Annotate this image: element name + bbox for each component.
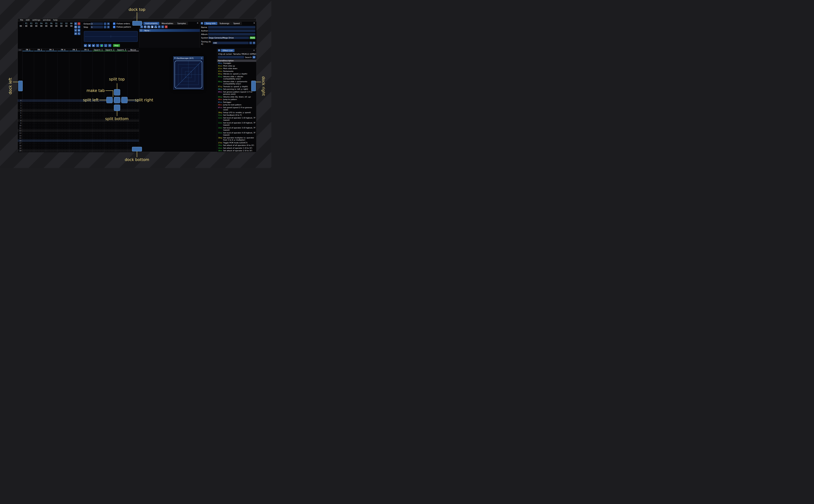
pattern-cell[interactable]: ... .. .. .. <box>69 102 81 104</box>
menu-item-help[interactable]: help <box>52 19 59 21</box>
effect-row-00xy[interactable]: 00xyArpeggio <box>217 62 256 65</box>
pattern-cell[interactable]: ... .. .. .. <box>92 145 104 146</box>
pattern-cell[interactable]: ... .. .. .. <box>81 145 92 146</box>
order-edit-mode-button[interactable]: ↖ <box>78 32 80 35</box>
menu-item-edit[interactable]: edit <box>25 19 31 21</box>
poly-button[interactable]: Poly <box>113 44 120 47</box>
effect-row-07xy[interactable]: 07xyTremolo (x: speed; y: depth) <box>217 85 256 88</box>
pattern-cell[interactable]: ... .. .. .. <box>69 127 81 129</box>
pattern-cell[interactable]: ... .. .. .. <box>57 140 69 141</box>
pattern-cell[interactable]: ... .. .. .. <box>128 137 139 139</box>
pattern-cell[interactable]: ... .. .. .. <box>22 105 34 106</box>
pattern-cell[interactable]: ... .. .. .. <box>22 102 34 104</box>
pattern-cell[interactable]: ... .. .. .. <box>81 127 92 129</box>
step-increase-button[interactable]: + <box>107 26 110 28</box>
pattern-cell[interactable]: ... .. .. .. <box>46 130 57 132</box>
pattern-cell[interactable]: ... .. .. .. <box>104 127 116 129</box>
effect-search-input[interactable] <box>218 56 244 59</box>
album-input[interactable] <box>208 33 255 36</box>
pattern-cell[interactable]: ... .. .. .. <box>46 142 57 144</box>
pattern-cell[interactable]: ... .. .. .. <box>22 127 34 129</box>
pattern-cell[interactable]: ... .. .. .. <box>92 122 104 124</box>
menu-item-file[interactable]: file <box>19 19 25 21</box>
effect-row-14xx[interactable]: 14xxSet level of operator 3 (0 highest, … <box>217 127 256 132</box>
pattern-cell[interactable]: ... .. .. .. <box>22 100 34 102</box>
pattern-cell[interactable]: ... .. .. .. <box>104 150 116 152</box>
pattern-cell[interactable]: ... .. .. .. <box>104 145 116 146</box>
pattern-cell[interactable]: ... .. .. .. <box>34 112 46 114</box>
pattern-cell[interactable]: ... .. .. .. <box>92 110 104 111</box>
pattern-cell[interactable]: ... .. .. .. <box>22 150 34 152</box>
pattern-cell[interactable]: ... .. .. .. <box>104 112 116 114</box>
effect-row-04xy[interactable]: 04xyVibrato (x: speed; y: depth) <box>217 73 256 75</box>
pattern-cell[interactable]: ... .. .. .. <box>22 112 34 114</box>
pattern-cell[interactable]: ... .. .. .. <box>46 120 57 122</box>
pattern-cell[interactable]: ... .. .. .. <box>116 112 127 114</box>
pattern-cell[interactable]: ... .. .. .. <box>128 125 139 127</box>
pattern-cell[interactable]: ... .. .. .. <box>69 150 81 152</box>
pattern-cell[interactable]: ... .. .. .. <box>46 137 57 139</box>
pattern-cell[interactable]: ... .. .. .. <box>46 112 57 114</box>
pattern-cell[interactable]: ... .. .. .. <box>57 107 69 109</box>
system-input[interactable]: Sega Genesis/Mega Drive <box>208 36 249 39</box>
effect-row-10xy[interactable]: 10xySetup LFO (x: enable; y: speed) <box>217 111 256 114</box>
pattern-cell[interactable]: ... .. .. .. <box>34 110 46 111</box>
pattern-cell[interactable]: ... .. .. .. <box>34 147 46 149</box>
pattern-cell[interactable]: ... .. .. .. <box>46 102 57 104</box>
pattern-cell[interactable]: ... .. .. .. <box>22 137 34 139</box>
pattern-cell[interactable]: ... .. .. .. <box>46 132 57 134</box>
pattern-cell[interactable]: ... .. .. .. <box>22 142 34 144</box>
pattern-cell[interactable]: ... .. .. .. <box>92 125 104 127</box>
auto-tuning-button[interactable]: Auto <box>250 36 255 39</box>
menu-item-settings[interactable]: settings <box>31 19 42 21</box>
split-right-zone[interactable] <box>121 97 128 103</box>
channel-header-square-3[interactable]: Square 3 <box>116 49 127 51</box>
effect-row-01xx[interactable]: 01xxPitch slide up <box>217 65 256 67</box>
pattern-cell[interactable]: ... .. .. .. <box>92 130 104 132</box>
effect-row-02xx[interactable]: 02xxPitch slide down <box>217 67 256 70</box>
pattern-cell[interactable]: ... .. .. .. <box>81 132 92 134</box>
pattern-cell[interactable]: ... .. .. .. <box>22 117 34 119</box>
pattern-cell[interactable]: ... .. .. .. <box>69 117 81 119</box>
collapse-icon[interactable]: ▼ <box>218 49 220 52</box>
pattern-cell[interactable]: ... .. .. .. <box>69 140 81 141</box>
pattern-cell[interactable]: ... .. .. .. <box>57 147 69 149</box>
pattern-cell[interactable]: ... .. .. .. <box>22 132 34 134</box>
pattern-cell[interactable]: ... .. .. .. <box>92 115 104 116</box>
pattern-cell[interactable]: ... .. .. .. <box>128 110 139 111</box>
pattern-cell[interactable]: ... .. .. .. <box>69 120 81 122</box>
pattern-cell[interactable]: ... .. .. .. <box>57 122 69 124</box>
order-value-cell[interactable]: 00 <box>49 25 54 27</box>
pattern-cell[interactable]: ... .. .. .. <box>128 132 139 134</box>
instrument-open-button[interactable] <box>147 25 150 28</box>
pattern-cell[interactable]: ... .. .. .. <box>22 130 34 132</box>
instrument-delete-button[interactable]: × <box>165 25 167 28</box>
order-value-cell[interactable]: 00 <box>44 25 49 27</box>
close-icon[interactable]: × <box>253 49 255 52</box>
pattern-cell[interactable]: ... .. .. .. <box>22 115 34 116</box>
instrument-organize-button[interactable] <box>154 25 157 28</box>
pattern-cell[interactable]: ... .. .. .. <box>116 147 127 149</box>
pattern-cell[interactable]: ... .. .. .. <box>81 125 92 127</box>
order-remove-button[interactable]: − <box>78 22 80 25</box>
pattern-cell[interactable]: ... .. .. .. <box>116 137 127 139</box>
pattern-cell[interactable]: ... .. .. .. <box>92 112 104 114</box>
dock-right-zone[interactable] <box>251 81 256 91</box>
pattern-cell[interactable]: ... .. .. .. <box>92 150 104 152</box>
pattern-cell[interactable]: ... .. .. .. <box>46 107 57 109</box>
pattern-cell[interactable]: ... .. .. .. <box>116 142 127 144</box>
order-duplicate-button[interactable] <box>74 26 77 28</box>
pattern-cell[interactable]: ... .. .. .. <box>104 132 116 134</box>
channel-header-square-2[interactable]: Square 2 <box>104 49 116 51</box>
pattern-cell[interactable]: ... .. .. .. <box>81 117 92 119</box>
pattern-cell[interactable]: ... .. .. .. <box>81 147 92 149</box>
pattern-cell[interactable]: ... .. .. .. <box>57 100 69 102</box>
pattern-cell[interactable]: ... .. .. .. <box>92 137 104 139</box>
effect-row-13xx[interactable]: 13xxSet level of operator 2 (0 highest, … <box>217 122 256 127</box>
collapse-icon[interactable]: ▼ <box>201 22 203 25</box>
effect-row-15xx[interactable]: 15xxSet level of operator 4 (0 highest, … <box>217 132 256 137</box>
pattern-cell[interactable]: ... .. .. .. <box>69 137 81 139</box>
order-add-button[interactable]: + <box>74 22 77 25</box>
pattern-cell[interactable]: ... .. .. .. <box>128 145 139 146</box>
pattern-cell[interactable]: ... .. .. .. <box>69 135 81 137</box>
